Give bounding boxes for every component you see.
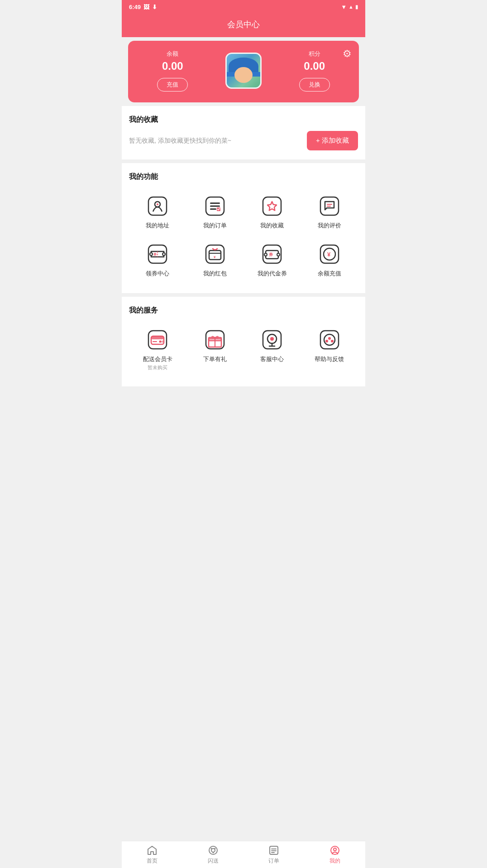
svg-point-22 — [264, 253, 267, 256]
function-redpacket[interactable]: ¥ 我的红包 — [186, 236, 244, 284]
svg-rect-6 — [210, 208, 216, 210]
service-membercard[interactable]: 配送会员卡 暂未购买 — [129, 322, 186, 377]
service-label: 客服中心 — [260, 355, 284, 363]
download-icon: ⬇ — [152, 4, 157, 10]
favorites-title: 我的收藏 — [129, 115, 358, 125]
function-coupon[interactable]: 券 领券中心 — [129, 236, 186, 284]
feedback-label: 帮助与反馈 — [315, 355, 344, 363]
my-functions-section: 我的功能 我的地址 — [122, 163, 365, 293]
address-icon — [146, 194, 169, 218]
function-recharge[interactable]: ¥ 余额充值 — [301, 236, 358, 284]
points-label: 积分 — [279, 50, 350, 58]
redpacket-label: 我的红包 — [203, 270, 227, 278]
svg-point-40 — [270, 337, 274, 341]
service-icon — [260, 328, 284, 352]
function-favorites[interactable]: 我的收藏 — [244, 188, 301, 236]
svg-rect-4 — [210, 203, 220, 204]
signal-icon: ▲ — [349, 4, 353, 10]
status-bar: 6:49 🖼 ⬇ ▼ ▲ ▮ — [122, 0, 365, 14]
svg-point-45 — [328, 337, 331, 340]
wifi-icon: ▼ — [341, 4, 347, 10]
function-address[interactable]: 我的地址 — [129, 188, 186, 236]
favorites-empty-text: 暂无收藏, 添加收藏更快找到你的菜~ — [129, 137, 307, 145]
gift-icon — [203, 328, 227, 352]
membercard-icon — [146, 328, 169, 352]
services-grid: 配送会员卡 暂未购买 下单有礼 — [129, 322, 358, 377]
svg-point-2 — [157, 203, 158, 205]
review-icon — [318, 194, 341, 218]
services-title: 我的服务 — [129, 306, 358, 315]
function-order[interactable]: 我的订单 — [186, 188, 244, 236]
functions-grid: 我的地址 我的订单 — [129, 188, 358, 284]
favorites-func-icon — [260, 194, 284, 218]
svg-point-47 — [331, 340, 334, 342]
svg-rect-5 — [210, 206, 220, 207]
svg-point-33 — [162, 341, 164, 343]
balance-label: 余额 — [137, 50, 208, 58]
gift-label: 下单有礼 — [203, 355, 227, 363]
function-review[interactable]: 我的评价 — [301, 188, 358, 236]
balance-value: 0.00 — [137, 60, 208, 72]
status-time: 6:49 — [129, 4, 141, 10]
points-section: 积分 0.00 兑换 — [279, 50, 350, 92]
add-favorites-button[interactable]: + 添加收藏 — [307, 131, 358, 150]
membercard-sublabel: 暂未购买 — [148, 364, 167, 371]
svg-point-32 — [159, 341, 162, 343]
svg-text:¥: ¥ — [214, 255, 216, 259]
page-title: 会员中心 — [227, 20, 260, 29]
service-gift[interactable]: 下单有礼 — [186, 322, 244, 377]
order-label: 我的订单 — [203, 222, 227, 230]
exchange-button[interactable]: 兑换 — [299, 78, 330, 92]
redpacket-icon: ¥ — [203, 242, 227, 266]
avatar[interactable] — [225, 53, 262, 89]
battery-icon: ▮ — [355, 4, 358, 10]
service-feedback[interactable]: 帮助与反馈 — [301, 322, 358, 377]
recharge-icon: ¥ — [318, 242, 341, 266]
svg-text:券: 券 — [153, 252, 157, 256]
function-voucher[interactable]: 券 我的代金券 — [244, 236, 301, 284]
profile-card: ⚙ 余额 0.00 充值 积分 0.00 兑换 — [128, 41, 359, 102]
svg-point-46 — [325, 340, 328, 342]
page-header: 会员中心 — [122, 14, 365, 37]
svg-rect-30 — [151, 336, 164, 339]
voucher-icon: 券 — [260, 242, 284, 266]
feedback-icon — [318, 328, 341, 352]
order-icon — [203, 194, 227, 218]
recharge-button[interactable]: 充值 — [157, 78, 188, 92]
points-value: 0.00 — [279, 60, 350, 72]
svg-rect-8 — [263, 197, 281, 215]
functions-title: 我的功能 — [129, 172, 358, 182]
svg-point-23 — [277, 253, 280, 256]
image-icon: 🖼 — [143, 4, 149, 10]
svg-text:¥: ¥ — [327, 251, 331, 258]
svg-text:券: 券 — [268, 252, 273, 257]
coupon-label: 领券中心 — [146, 270, 169, 278]
my-services-section: 我的服务 配送会员卡 暂未购买 — [122, 297, 365, 386]
voucher-label: 我的代金券 — [258, 270, 287, 278]
svg-rect-0 — [148, 197, 167, 215]
svg-point-14 — [162, 253, 165, 256]
favorites-section: 我的收藏 暂无收藏, 添加收藏更快找到你的菜~ + 添加收藏 — [122, 106, 365, 159]
service-customer[interactable]: 客服中心 — [244, 322, 301, 377]
review-label: 我的评价 — [318, 222, 341, 230]
svg-point-13 — [150, 253, 153, 256]
recharge-label: 余额充值 — [318, 270, 341, 278]
address-label: 我的地址 — [146, 222, 169, 230]
membercard-label: 配送会员卡 — [143, 355, 172, 363]
balance-section: 余额 0.00 充值 — [137, 50, 208, 92]
coupon-icon: 券 — [146, 242, 169, 266]
favorites-func-label: 我的收藏 — [260, 222, 284, 230]
